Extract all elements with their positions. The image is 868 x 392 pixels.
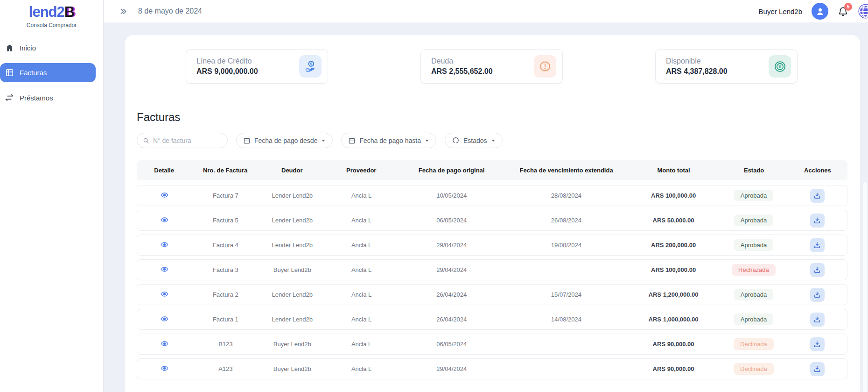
sidebar-collapse-button[interactable]: [119, 7, 128, 16]
debtor: Buyer Lend2b: [259, 365, 325, 372]
download-button[interactable]: [810, 362, 825, 376]
total-amount: ARS 50,000.00: [627, 217, 720, 224]
date-from-filter-button[interactable]: Fecha de pago desde: [236, 133, 333, 148]
view-detail-button[interactable]: [161, 290, 168, 298]
coin-icon: $: [769, 55, 791, 78]
card-title: Disponible: [666, 57, 728, 65]
chevron-down-icon: [321, 139, 326, 143]
available-card: Disponible ARS 4,387,828.00 $: [655, 49, 798, 84]
sidebar: lend2B Consola Comprador Inicio Facturas…: [0, 0, 104, 392]
view-detail-button[interactable]: [161, 364, 168, 372]
column-header: Detalle: [137, 167, 191, 174]
column-header: Fecha de pago original: [398, 167, 505, 174]
download-icon: [813, 192, 821, 200]
column-header: Estado: [720, 167, 788, 174]
console-subtitle: Consola Comprador: [0, 22, 103, 29]
download-button[interactable]: [810, 263, 825, 277]
sidebar-nav: Inicio Facturas Préstamos: [0, 39, 103, 107]
states-filter-button[interactable]: Estados: [445, 133, 503, 148]
detail-cell: [137, 315, 192, 324]
download-button[interactable]: [810, 313, 825, 327]
detail-cell: [137, 364, 192, 374]
total-amount: ARS 100,000.00: [627, 266, 720, 273]
double-chevron-right-icon: [119, 7, 128, 16]
eye-icon: [161, 364, 168, 372]
download-button[interactable]: [810, 288, 825, 302]
sidebar-item-inicio[interactable]: Inicio: [0, 39, 103, 57]
language-globe-button[interactable]: [858, 3, 868, 19]
download-button[interactable]: [810, 238, 825, 252]
status-cell: Declinada: [720, 338, 787, 350]
status-cell: Aprobada: [720, 239, 787, 251]
table-header: DetalleNro. de FacturaDeudorProveedorFec…: [137, 160, 847, 180]
search-input[interactable]: [153, 137, 222, 144]
actions-cell: [787, 362, 847, 376]
filter-label: Estados: [463, 137, 487, 144]
home-icon: [4, 43, 14, 52]
download-button[interactable]: [810, 189, 825, 203]
date-to-filter-button[interactable]: Fecha de pago hasta: [341, 133, 436, 148]
eye-icon: [161, 315, 168, 323]
actions-cell: [787, 313, 847, 327]
provider: Ancla L: [325, 365, 398, 372]
user-name: Buyer Lend2b: [759, 7, 802, 15]
original-payment-date: 29/04/2024: [398, 365, 505, 372]
eye-icon: [161, 191, 168, 199]
user-avatar[interactable]: [812, 3, 828, 20]
card-value: ARS 9,000,000.00: [196, 67, 258, 76]
detail-cell: [137, 216, 192, 225]
invoice-number: Factura 2: [192, 291, 259, 298]
download-button[interactable]: [810, 214, 825, 228]
sidebar-item-label: Facturas: [20, 69, 47, 77]
invoice-search[interactable]: [137, 133, 228, 148]
table-body: Factura 7 Lender Lend2b Ancla L 10/05/20…: [137, 185, 847, 379]
view-detail-button[interactable]: [161, 315, 168, 323]
invoice-number: A123: [192, 365, 259, 372]
view-detail-button[interactable]: [161, 241, 168, 249]
debtor: Lender Lend2b: [259, 242, 325, 249]
logo-text-primary: lend2: [29, 4, 64, 20]
detail-cell: [137, 265, 192, 275]
invoice-number: Factura 1: [192, 316, 259, 323]
swap-arrows-icon: [4, 93, 14, 102]
chevron-down-icon: [425, 139, 429, 143]
provider: Ancla L: [325, 192, 398, 199]
eye-icon: [161, 340, 168, 348]
status-cell: Rechazada: [720, 264, 787, 276]
filters-bar: Fecha de pago desde Fecha de pago hasta …: [137, 133, 860, 148]
actions-cell: [787, 337, 847, 351]
card-title: Línea de Crédito: [196, 57, 258, 65]
extended-due-date: 26/08/2024: [505, 217, 627, 224]
topbar: 8 de mayo de 2024 Buyer Lend2b 5: [104, 0, 868, 22]
calendar-icon: [348, 137, 356, 144]
sidebar-item-facturas[interactable]: Facturas: [0, 63, 96, 82]
original-payment-date: 06/05/2024: [398, 341, 505, 348]
globe-icon: [858, 3, 868, 19]
notification-count-badge: 5: [844, 3, 852, 11]
original-payment-date: 29/04/2024: [398, 242, 505, 249]
debtor: Buyer Lend2b: [259, 341, 325, 348]
invoice-number: Factura 4: [192, 242, 259, 249]
view-detail-button[interactable]: [161, 191, 168, 199]
download-button[interactable]: [810, 337, 825, 351]
eye-icon: [161, 241, 168, 249]
total-amount: ARS 90,000.00: [627, 365, 720, 372]
status-cell: Aprobada: [720, 289, 787, 300]
view-detail-button[interactable]: [161, 265, 168, 273]
status-cell: Aprobada: [720, 214, 787, 226]
credit-line-card: Línea de Crédito ARS 9,000,000.00 $: [186, 49, 328, 84]
scrollbar[interactable]: [863, 182, 867, 392]
detail-cell: [137, 340, 192, 349]
debtor: Lender Lend2b: [259, 291, 325, 298]
status-badge: Rechazada: [732, 264, 776, 276]
detail-cell: [137, 290, 192, 299]
status-badge: Aprobada: [734, 289, 773, 300]
eye-icon: [161, 216, 168, 224]
notifications-button[interactable]: 5: [838, 6, 848, 17]
sidebar-item-prestamos[interactable]: Préstamos: [0, 88, 103, 107]
provider: Ancla L: [325, 217, 398, 224]
view-detail-button[interactable]: [161, 340, 168, 348]
sidebar-item-label: Préstamos: [20, 94, 53, 102]
column-header: Deudor: [259, 167, 325, 174]
view-detail-button[interactable]: [161, 216, 168, 224]
